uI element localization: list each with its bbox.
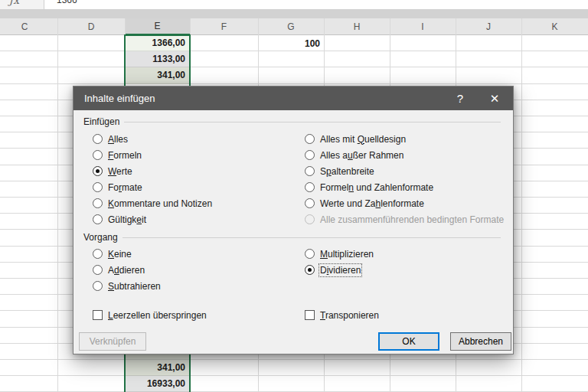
option-label: Kommentare und Notizen — [108, 198, 212, 209]
radio-unselected-icon — [93, 150, 103, 160]
option-label: Alles mit Quelldesign — [320, 134, 406, 145]
dialog-title: Inhalte einfügen — [74, 93, 155, 104]
column-header-h[interactable]: H — [324, 18, 390, 35]
radio-unselected-icon — [305, 198, 315, 208]
radio-paste-alle-zusammenf-hrenden-bedingten-formate[interactable]: Alle zusammenführenden bedingten Formate — [305, 211, 504, 227]
radio-unselected-icon — [93, 265, 103, 275]
option-label: Keine — [108, 249, 132, 260]
column-header-e[interactable]: E — [125, 18, 190, 35]
cell-e-341-00[interactable]: 341,00 — [125, 67, 190, 83]
option-label: Spaltenbreite — [320, 166, 374, 177]
radio-paste-formate[interactable]: Formate — [93, 179, 212, 195]
ok-button[interactable]: OK — [378, 332, 439, 351]
option-label: Subtrahieren — [108, 281, 161, 292]
cell-e-16933-00[interactable]: 16933,00 — [125, 376, 190, 392]
option-label: Gültigkeit — [108, 214, 146, 225]
option-label: Formate — [108, 182, 142, 193]
radio-unselected-icon — [305, 150, 315, 160]
formula-bar[interactable]: ƒx 1366 — [0, 0, 588, 10]
option-label: Addieren — [108, 265, 145, 276]
radio-unselected-icon — [305, 214, 315, 224]
option-label: Formeln und Zahlenformate — [320, 182, 433, 193]
option-label: Alles außer Rahmen — [320, 150, 403, 161]
radio-paste-alles-au-er-rahmen[interactable]: Alles außer Rahmen — [305, 147, 504, 163]
option-label: Alles — [108, 134, 128, 145]
option-label: Werte — [108, 166, 132, 177]
radio-operation-dividieren[interactable]: Dividieren — [305, 262, 374, 278]
radio-paste-spaltenbreite[interactable]: Spaltenbreite — [305, 163, 504, 179]
close-icon[interactable]: ✕ — [483, 87, 506, 110]
radio-operation-keine[interactable]: Keine — [93, 246, 161, 262]
option-label: Transponieren — [320, 310, 379, 321]
paste-special-dialog: Inhalte einfügen ? ✕ Einfügen AllesForme… — [73, 86, 514, 354]
cell-g1[interactable]: 100 — [258, 35, 324, 51]
grid-vline — [57, 18, 58, 392]
option-label: Werte und Zahlenformate — [320, 198, 424, 209]
column-header-k[interactable]: K — [521, 18, 588, 35]
option-label: Multiplizieren — [320, 249, 374, 260]
checkbox-unselected-icon — [305, 310, 315, 320]
formula-bar-value: 1366 — [57, 0, 77, 5]
cell-e-1133-00[interactable]: 1133,00 — [125, 51, 190, 67]
radio-paste-alles-mit-quelldesign[interactable]: Alles mit Quelldesign — [305, 131, 504, 147]
radio-selected-icon — [305, 265, 315, 275]
radio-unselected-icon — [305, 134, 315, 144]
radio-unselected-icon — [93, 249, 103, 259]
radio-unselected-icon — [305, 182, 315, 192]
radio-selected-icon — [93, 166, 103, 176]
group-vorgang: Vorgang — [83, 232, 501, 243]
group-einfuegen-label: Einfügen — [83, 116, 124, 127]
column-header-f[interactable]: F — [190, 18, 258, 35]
radio-paste-formeln-und-zahlenformate[interactable]: Formeln und Zahlenformate — [305, 179, 504, 195]
radio-unselected-icon — [93, 182, 103, 192]
column-header-c[interactable]: C — [0, 18, 57, 35]
option-label: Leerzellen überspringen — [108, 310, 207, 321]
cell-e-1366-00[interactable]: 1366,00 — [125, 35, 190, 51]
radio-paste-werte-und-zahlenformate[interactable]: Werte und Zahlenformate — [305, 195, 504, 211]
radio-unselected-icon — [305, 166, 315, 176]
radio-paste-g-ltigkeit[interactable]: Gültigkeit — [93, 211, 212, 227]
column-header-j[interactable]: J — [456, 18, 521, 35]
selection-border-top — [124, 34, 191, 36]
radio-unselected-icon — [305, 249, 315, 259]
radio-operation-addieren[interactable]: Addieren — [93, 262, 161, 278]
dialog-titlebar[interactable]: Inhalte einfügen ? ✕ — [74, 87, 513, 110]
radio-unselected-icon — [93, 214, 103, 224]
checkbox-leerzellen-berspringen[interactable]: Leerzellen überspringen — [93, 307, 207, 323]
option-label: Alle zusammenführenden bedingten Formate — [320, 214, 504, 225]
checkbox-transponieren[interactable]: Transponieren — [305, 307, 379, 323]
radio-unselected-icon — [93, 281, 103, 291]
link-button[interactable]: Verknüpfen — [79, 332, 146, 351]
column-headers: CDEFGHIJK — [0, 18, 588, 35]
column-header-i[interactable]: I — [390, 18, 456, 35]
radio-paste-alles[interactable]: Alles — [93, 131, 212, 147]
checkbox-unselected-icon — [93, 310, 103, 320]
option-label: Dividieren — [320, 265, 361, 276]
group-vorgang-label: Vorgang — [83, 232, 122, 243]
radio-unselected-icon — [93, 198, 103, 208]
cell-e-341-00[interactable]: 341,00 — [125, 360, 190, 376]
radio-operation-multiplizieren[interactable]: Multiplizieren — [305, 246, 374, 262]
radio-operation-subtrahieren[interactable]: Subtrahieren — [93, 278, 161, 294]
option-label: Formeln — [108, 150, 142, 161]
radio-paste-kommentare-und-notizen[interactable]: Kommentare und Notizen — [93, 195, 212, 211]
column-header-g[interactable]: G — [258, 18, 324, 35]
group-einfuegen: Einfügen — [83, 116, 501, 127]
column-header-d[interactable]: D — [57, 18, 125, 35]
radio-paste-werte[interactable]: Werte — [93, 163, 212, 179]
radio-unselected-icon — [93, 134, 103, 144]
ribbon-edge — [0, 10, 588, 18]
grid-vline — [521, 18, 522, 392]
radio-paste-formeln[interactable]: Formeln — [93, 147, 212, 163]
cancel-button[interactable]: Abbrechen — [450, 332, 511, 351]
help-icon[interactable]: ? — [449, 87, 472, 110]
fx-icon: ƒx — [9, 0, 19, 6]
